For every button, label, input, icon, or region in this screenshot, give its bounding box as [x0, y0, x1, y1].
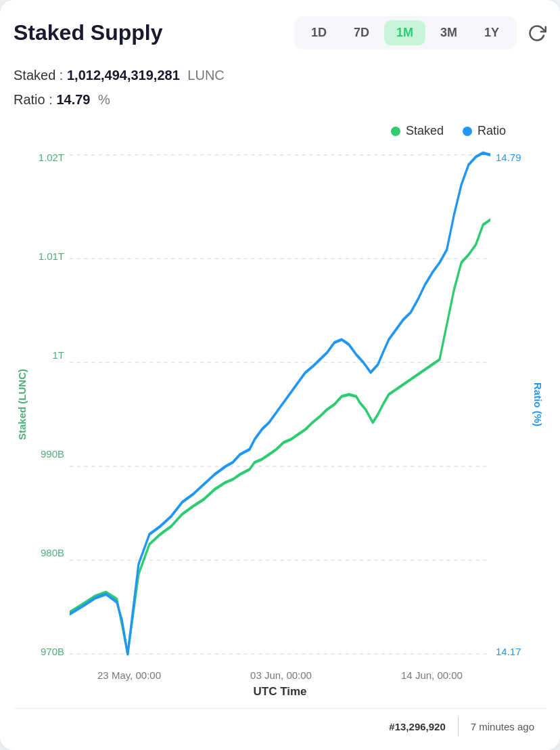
time-btn-3m[interactable]: 3M — [428, 20, 469, 45]
legend-label-ratio: Ratio — [477, 124, 506, 138]
chart-svg-container — [70, 145, 490, 664]
left-axis-label: Staked (LUNC) — [14, 369, 30, 440]
footer: #13,296,920 7 minutes ago — [14, 708, 546, 736]
y-label-3: 990B — [41, 448, 70, 460]
x-label-0: 23 May, 00:00 — [97, 669, 161, 681]
y-label-1: 1.01T — [39, 250, 70, 262]
right-axis-label: Ratio (%) — [530, 382, 546, 426]
x-axis-title: UTC Time — [14, 685, 546, 699]
legend-dot-staked — [391, 127, 400, 136]
page-title: Staked Supply — [14, 20, 163, 45]
legend-label-staked: Staked — [406, 124, 444, 138]
chart-legend: Staked Ratio — [14, 124, 546, 138]
time-controls: 1D 7D 1M 3M 1Y — [294, 16, 517, 49]
staked-stat: Staked : 1,012,494,319,281 LUNC — [14, 63, 546, 87]
ratio-stat: Ratio : 14.79 % — [14, 87, 546, 112]
y-axis-right: 14.79 14.17 — [490, 145, 530, 664]
y-label-2: 1T — [52, 349, 70, 361]
time-btn-7d[interactable]: 7D — [342, 20, 381, 45]
refresh-button[interactable] — [528, 24, 546, 43]
staked-value: 1,012,494,319,281 — [67, 68, 180, 83]
y-label-0: 1.02T — [39, 152, 70, 163]
chart-svg — [70, 145, 490, 664]
legend-staked: Staked — [391, 124, 444, 138]
time-btn-1m[interactable]: 1M — [384, 20, 425, 45]
block-number: #13,296,920 — [377, 717, 458, 736]
y-label-5: 970B — [41, 646, 70, 657]
y-label-right-0: 14.79 — [490, 152, 521, 163]
legend-dot-ratio — [463, 127, 472, 136]
time-ago: 7 minutes ago — [459, 717, 546, 736]
staked-unit: LUNC — [187, 68, 224, 83]
time-btn-1d[interactable]: 1D — [299, 20, 339, 45]
staked-label: Staked — [14, 68, 55, 83]
x-axis: 23 May, 00:00 03 Jun, 00:00 14 Jun, 00:0… — [14, 664, 546, 681]
header: Staked Supply 1D 7D 1M 3M 1Y — [14, 16, 546, 49]
ratio-value: 14.79 — [56, 92, 90, 107]
ratio-label: Ratio — [14, 92, 45, 107]
chart-area: Staked (LUNC) 1.02T 1.01T 1T 990B 980B 9… — [14, 145, 546, 664]
chart-wrapper: Staked (LUNC) 1.02T 1.01T 1T 990B 980B 9… — [14, 145, 546, 699]
x-label-2: 14 Jun, 00:00 — [401, 669, 463, 681]
x-label-1: 03 Jun, 00:00 — [250, 669, 312, 681]
y-label-4: 980B — [41, 547, 70, 558]
main-card: Staked Supply 1D 7D 1M 3M 1Y Staked : 1,… — [0, 0, 560, 750]
stats-section: Staked : 1,012,494,319,281 LUNC Ratio : … — [14, 63, 546, 112]
y-axis-left: 1.02T 1.01T 1T 990B 980B 970B — [30, 145, 70, 664]
y-label-right-5: 14.17 — [490, 646, 521, 657]
time-btn-1y[interactable]: 1Y — [472, 20, 511, 45]
ratio-unit: % — [98, 92, 110, 107]
legend-ratio: Ratio — [463, 124, 506, 138]
